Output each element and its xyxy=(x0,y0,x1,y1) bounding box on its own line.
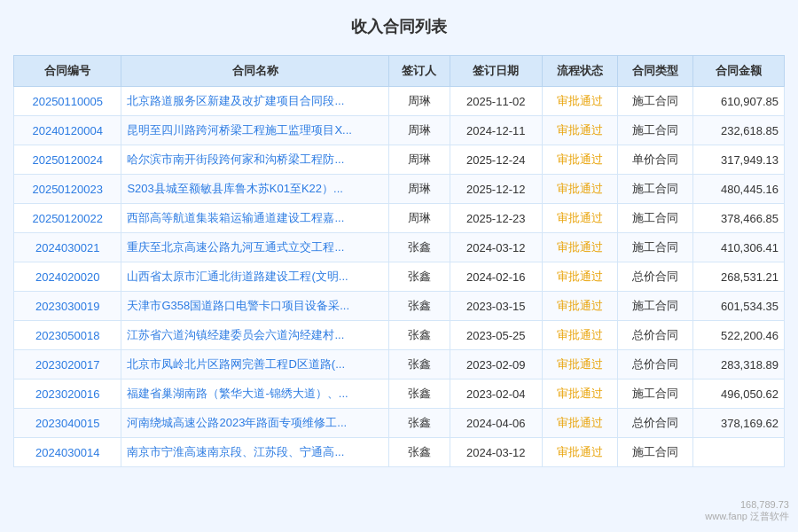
contract-name-cell[interactable]: 西部高等航道集装箱运输通道建设工程嘉... xyxy=(121,204,389,233)
contract-id-cell[interactable]: 2024030021 xyxy=(14,233,121,262)
status-badge: 审批通过 xyxy=(557,94,603,107)
signer-cell: 周琳 xyxy=(389,145,450,175)
amount-cell: 317,949.13 xyxy=(693,145,785,175)
amount-cell xyxy=(693,438,785,467)
contract-name-cell[interactable]: 南京市宁淮高速南京段、江苏段、宁通高... xyxy=(121,438,389,467)
status-badge: 审批通过 xyxy=(557,123,603,137)
amount-cell: 378,169.62 xyxy=(693,409,785,438)
signer-cell: 张鑫 xyxy=(389,379,450,409)
status-badge: 审批通过 xyxy=(557,299,603,312)
contract-name-cell[interactable]: 哈尔滨市南开街段跨何家和沟桥梁工程防... xyxy=(121,145,389,175)
signer-cell: 张鑫 xyxy=(389,292,450,321)
type-cell: 总价合同 xyxy=(618,409,693,438)
contract-name-cell[interactable]: 北京市凤岭北片区路网完善工程D区道路(... xyxy=(121,350,389,379)
amount-cell: 496,050.62 xyxy=(693,379,785,409)
status-badge: 审批通过 xyxy=(557,153,603,166)
table-header-row: 合同编号 合同名称 签订人 签订日期 流程状态 合同类型 合同金额 xyxy=(14,56,785,87)
table-row: 2023040015河南绕城高速公路2023年路面专项维修工...张鑫2024-… xyxy=(14,409,785,438)
status-badge: 审批通过 xyxy=(557,416,603,429)
date-cell: 2025-12-12 xyxy=(450,175,542,204)
contract-id-cell[interactable]: 2023040015 xyxy=(14,409,121,438)
contract-id-cell[interactable]: 2023020017 xyxy=(14,350,121,379)
contract-name-cell[interactable]: 昆明至四川路跨河桥梁工程施工监理项目X... xyxy=(121,116,389,145)
table-row: 2024030021重庆至北京高速公路九河互通式立交工程...张鑫2024-03… xyxy=(14,233,785,262)
contract-name-cell[interactable]: 北京路道服务区新建及改扩建项目合同段... xyxy=(121,87,389,116)
contract-name-cell[interactable]: 江苏省六道沟镇经建委员会六道沟经建村... xyxy=(121,321,389,350)
contract-name-cell[interactable]: 天津市G358国道路口电警卡口项目设备采... xyxy=(121,292,389,321)
contract-id-cell[interactable]: 2023030019 xyxy=(14,292,121,321)
col-header-name: 合同名称 xyxy=(121,56,389,87)
col-header-amount: 合同金额 xyxy=(693,56,785,87)
contract-id-cell[interactable]: 2023020016 xyxy=(14,379,121,409)
amount-cell: 610,907.85 xyxy=(693,87,785,116)
status-cell: 审批通过 xyxy=(542,379,617,409)
signer-cell: 张鑫 xyxy=(389,233,450,262)
contract-name-cell[interactable]: 山西省太原市汇通北街道路建设工程(文明... xyxy=(121,262,389,292)
status-badge: 审批通过 xyxy=(557,182,603,195)
amount-cell: 522,200.46 xyxy=(693,321,785,350)
type-cell: 单价合同 xyxy=(618,145,693,175)
amount-cell: 410,306.41 xyxy=(693,233,785,262)
type-cell: 总价合同 xyxy=(618,262,693,292)
col-header-date: 签订日期 xyxy=(450,56,542,87)
signer-cell: 周琳 xyxy=(389,175,450,204)
contract-id-cell[interactable]: 20250120022 xyxy=(14,204,121,233)
type-cell: 施工合同 xyxy=(618,292,693,321)
table-body: 20250110005北京路道服务区新建及改扩建项目合同段...周琳2025-1… xyxy=(14,87,785,467)
type-cell: 总价合同 xyxy=(618,321,693,350)
date-cell: 2023-02-04 xyxy=(450,379,542,409)
status-badge: 审批通过 xyxy=(557,211,603,224)
date-cell: 2025-12-24 xyxy=(450,145,542,175)
type-cell: 施工合同 xyxy=(618,379,693,409)
status-cell: 审批通过 xyxy=(542,116,617,145)
col-header-type: 合同类型 xyxy=(618,56,693,87)
signer-cell: 周琳 xyxy=(389,87,450,116)
status-cell: 审批通过 xyxy=(542,350,617,379)
type-cell: 施工合同 xyxy=(618,87,693,116)
contract-id-cell[interactable]: 2024030014 xyxy=(14,438,121,467)
date-cell: 2024-04-06 xyxy=(450,409,542,438)
contract-name-cell[interactable]: 河南绕城高速公路2023年路面专项维修工... xyxy=(121,409,389,438)
contract-name-cell[interactable]: 福建省巢湖南路（繁华大道-锦绣大道）、... xyxy=(121,379,389,409)
contract-id-cell[interactable]: 2024020020 xyxy=(14,262,121,292)
signer-cell: 张鑫 xyxy=(389,321,450,350)
contracts-table: 合同编号 合同名称 签订人 签订日期 流程状态 合同类型 合同金额 202501… xyxy=(13,55,785,467)
status-badge: 审批通过 xyxy=(557,270,603,283)
status-cell: 审批通过 xyxy=(542,204,617,233)
status-badge: 审批通过 xyxy=(557,445,603,458)
contract-name-cell[interactable]: 重庆至北京高速公路九河互通式立交工程... xyxy=(121,233,389,262)
contract-id-cell[interactable]: 20250120023 xyxy=(14,175,121,204)
date-cell: 2023-02-09 xyxy=(450,350,542,379)
status-badge: 审批通过 xyxy=(557,240,603,254)
page-title: 收入合同列表 xyxy=(13,9,785,44)
amount-cell: 480,445.16 xyxy=(693,175,785,204)
status-cell: 审批通过 xyxy=(542,409,617,438)
status-badge: 审批通过 xyxy=(557,357,603,371)
page-container: 收入合同列表 合同编号 合同名称 签订人 签订日期 流程状态 合同类型 合同金额… xyxy=(0,0,798,532)
col-header-status: 流程状态 xyxy=(542,56,617,87)
contract-name-cell[interactable]: S203县城至额敏县库鲁木苏K01至K22）... xyxy=(121,175,389,204)
table-row: 2023030019天津市G358国道路口电警卡口项目设备采...张鑫2023-… xyxy=(14,292,785,321)
date-cell: 2024-03-12 xyxy=(450,233,542,262)
table-row: 2023020017北京市凤岭北片区路网完善工程D区道路(...张鑫2023-0… xyxy=(14,350,785,379)
status-cell: 审批通过 xyxy=(542,233,617,262)
contract-id-cell[interactable]: 20240120004 xyxy=(14,116,121,145)
contract-id-cell[interactable]: 20250110005 xyxy=(14,87,121,116)
date-cell: 2025-11-02 xyxy=(450,87,542,116)
table-row: 2024020020山西省太原市汇通北街道路建设工程(文明...张鑫2024-0… xyxy=(14,262,785,292)
table-row: 2023050018江苏省六道沟镇经建委员会六道沟经建村...张鑫2023-05… xyxy=(14,321,785,350)
col-header-signer: 签订人 xyxy=(389,56,450,87)
status-cell: 审批通过 xyxy=(542,438,617,467)
amount-cell: 601,534.35 xyxy=(693,292,785,321)
table-row: 20250110005北京路道服务区新建及改扩建项目合同段...周琳2025-1… xyxy=(14,87,785,116)
col-header-id: 合同编号 xyxy=(14,56,121,87)
amount-cell: 378,466.85 xyxy=(693,204,785,233)
date-cell: 2024-02-16 xyxy=(450,262,542,292)
date-cell: 2025-12-23 xyxy=(450,204,542,233)
signer-cell: 张鑫 xyxy=(389,262,450,292)
contract-id-cell[interactable]: 2023050018 xyxy=(14,321,121,350)
contract-id-cell[interactable]: 20250120024 xyxy=(14,145,121,175)
amount-cell: 283,318.89 xyxy=(693,350,785,379)
table-row: 20240120004昆明至四川路跨河桥梁工程施工监理项目X...周琳2024-… xyxy=(14,116,785,145)
status-cell: 审批通过 xyxy=(542,321,617,350)
